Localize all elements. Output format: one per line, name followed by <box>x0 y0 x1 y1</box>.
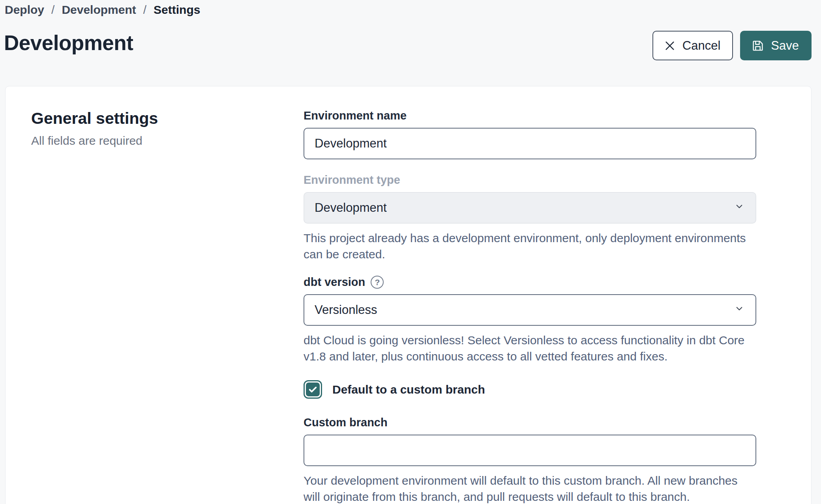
cancel-button[interactable]: Cancel <box>652 31 733 60</box>
breadcrumb-item-deploy[interactable]: Deploy <box>5 3 44 17</box>
dbt-version-helper: dbt Cloud is going versionless! Select V… <box>304 332 756 364</box>
custom-branch-toggle-label: Default to a custom branch <box>332 383 485 396</box>
breadcrumb: Deploy / Development / Settings <box>5 3 200 17</box>
save-button-label: Save <box>771 39 799 53</box>
dbt-version-value: Versionless <box>315 303 377 317</box>
breadcrumb-item-development[interactable]: Development <box>62 3 136 17</box>
environment-name-label: Environment name <box>304 109 756 122</box>
environment-type-helper: This project already has a development e… <box>304 230 756 262</box>
general-settings-card: General settings All fields are required… <box>5 86 812 504</box>
chevron-down-icon <box>733 200 745 215</box>
custom-branch-input[interactable] <box>304 435 756 466</box>
custom-branch-label: Custom branch <box>304 416 756 429</box>
section-subheading: All fields are required <box>31 134 304 147</box>
dbt-version-select[interactable]: Versionless <box>304 294 756 326</box>
breadcrumb-separator: / <box>51 3 54 17</box>
environment-type-group: Environment type Development This projec… <box>304 174 756 262</box>
floppy-disk-icon <box>751 39 765 52</box>
dbt-version-label-row: dbt version ? <box>304 276 756 289</box>
x-icon <box>664 39 676 52</box>
dbt-version-label: dbt version <box>304 276 365 289</box>
custom-branch-group: Custom branch Your development environme… <box>304 416 756 504</box>
settings-form: Environment name Environment type Develo… <box>304 86 756 504</box>
environment-type-label: Environment type <box>304 174 756 187</box>
environment-type-select: Development <box>304 192 756 224</box>
custom-branch-helper: Your development environment will defaul… <box>304 472 756 504</box>
environment-name-group: Environment name <box>304 109 756 159</box>
cancel-button-label: Cancel <box>682 39 721 53</box>
header-actions: Cancel Save <box>652 31 812 60</box>
check-icon <box>306 383 320 396</box>
custom-branch-checkbox[interactable] <box>304 380 322 399</box>
dbt-version-group: dbt version ? Versionless dbt Cloud is g… <box>304 276 756 364</box>
help-icon[interactable]: ? <box>371 276 384 289</box>
chevron-down-icon <box>733 302 745 317</box>
section-heading: General settings <box>31 109 304 128</box>
breadcrumb-separator: / <box>143 3 146 17</box>
environment-name-input[interactable] <box>304 128 756 159</box>
breadcrumb-item-settings: Settings <box>154 3 200 17</box>
page-title: Development <box>4 31 133 55</box>
custom-branch-toggle-row: Default to a custom branch <box>304 380 756 399</box>
save-button[interactable]: Save <box>740 31 812 60</box>
environment-type-value: Development <box>315 201 387 215</box>
section-intro: General settings All fields are required <box>6 86 304 504</box>
